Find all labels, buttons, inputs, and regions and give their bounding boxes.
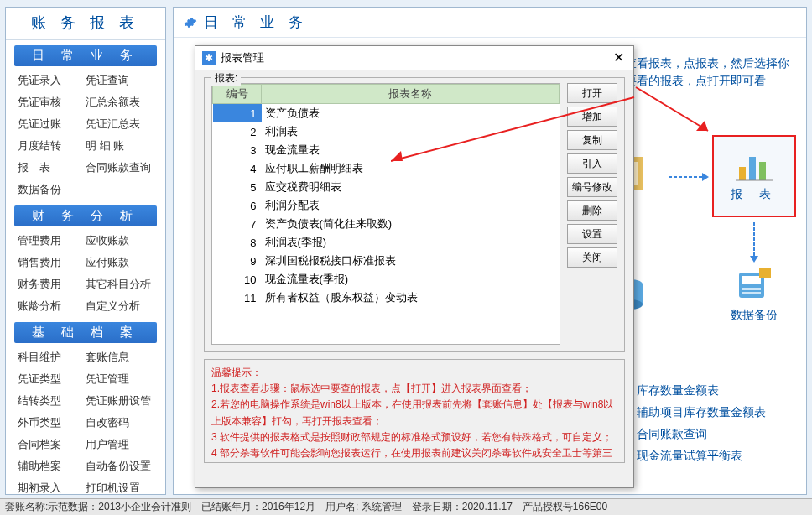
sidebar-item[interactable]: 财务费用: [18, 275, 86, 294]
col-header-name[interactable]: 报表名称: [262, 85, 560, 104]
report-row[interactable]: 2利润表: [213, 122, 560, 141]
report-row[interactable]: 1资产负债表: [213, 104, 560, 123]
sidebar-item[interactable]: 套账信息: [86, 348, 154, 367]
report-row[interactable]: 11所有者权益（股东权益）变动表: [213, 289, 560, 307]
gear-icon: [184, 16, 197, 29]
sidebar-item[interactable]: 凭证审核: [18, 93, 86, 112]
sidebar-item: [86, 180, 154, 199]
svg-rect-9: [742, 276, 761, 284]
report-table[interactable]: 编号 报表名称 1资产负债表2利润表3现金流量表4应付职工薪酬明细表5应交税费明…: [211, 83, 560, 345]
tip-line: 2.若您的电脑操作系统是win8以上版本，在使用报表前先将【套账信息】处【报表与…: [211, 397, 617, 429]
sidebar-item[interactable]: 管理费用: [18, 231, 86, 250]
sidebar-item[interactable]: 数据备份: [18, 180, 86, 199]
dialog-增加-button[interactable]: 增加: [567, 107, 617, 127]
sidebar-item[interactable]: 月度结转: [18, 137, 86, 155]
sidebar-title: 账 务 报 表: [6, 8, 165, 40]
dialog-button-column: 打开增加复制引入编号修改删除设置关闭: [567, 83, 617, 345]
status-account: 套账名称:示范数据：2013小企业会计准则: [5, 500, 191, 514]
tips-box: 温馨提示： 1.报表查看步骤：鼠标选中要查的报表，点【打开】进入报表界面查看；2…: [204, 359, 625, 463]
sidebar-item[interactable]: 辅助档案: [18, 457, 86, 476]
sidebar-item[interactable]: 账龄分析: [18, 297, 86, 315]
quick-link[interactable]: 现金流量试算平衡表: [625, 445, 793, 467]
col-header-id[interactable]: 编号: [213, 85, 262, 104]
report-row[interactable]: 8利润表(季报): [213, 233, 560, 252]
report-row[interactable]: 6利润分配表: [213, 196, 560, 215]
report-row[interactable]: 3现金流量表: [213, 141, 560, 159]
sidebar-item[interactable]: 合同档案: [18, 435, 86, 454]
dialog-复制-button[interactable]: 复制: [567, 130, 617, 150]
sidebar-item[interactable]: 自定义分析: [86, 297, 154, 315]
svg-rect-0: [739, 167, 746, 180]
sidebar-item[interactable]: 期初录入: [18, 479, 86, 497]
dialog-删除-button[interactable]: 删除: [567, 200, 617, 221]
report-row[interactable]: 9深圳国税报税接口标准报表: [213, 252, 560, 270]
fieldset-label: 报表:: [211, 71, 241, 86]
sidebar-item[interactable]: 用户管理: [86, 435, 154, 454]
status-bar: 套账名称:示范数据：2013小企业会计准则 已结账年月：2016年12月 用户名…: [0, 498, 812, 515]
report-manager-dialog: ✱ 报表管理 ✕ 报表: 编号 报表名称 1资产负债表2利润表3现金流量表4应付…: [195, 45, 634, 488]
bar-chart-icon: [736, 150, 773, 184]
sidebar-item[interactable]: 凭证过账: [18, 115, 86, 133]
report-row[interactable]: 4应付职工薪酬明细表: [213, 159, 560, 178]
sidebar-item[interactable]: 报 表: [18, 159, 86, 177]
sidebar-item[interactable]: 打印机设置: [86, 479, 154, 497]
sidebar-item[interactable]: 合同账款查询: [86, 159, 154, 177]
dialog-设置-button[interactable]: 设置: [567, 224, 617, 244]
sidebar-item[interactable]: 汇总余额表: [86, 93, 154, 112]
dialog-app-icon: ✱: [202, 51, 216, 65]
dialog-打开-button[interactable]: 打开: [567, 83, 617, 103]
report-box-label: 报 表: [731, 187, 778, 202]
sidebar-item[interactable]: 外币类型: [18, 414, 86, 432]
svg-marker-7: [750, 256, 758, 263]
section-header: 日 常 业 务: [14, 45, 157, 66]
database-backup-icon: [734, 268, 774, 303]
sidebar-item[interactable]: 凭证查询: [86, 71, 154, 90]
sidebar-item[interactable]: 自改密码: [86, 414, 154, 432]
quick-link[interactable]: 辅助项目库存数量金额表: [625, 402, 793, 424]
sidebar-item[interactable]: 明 细 账: [86, 137, 154, 155]
flow-arrow-down-icon: [749, 222, 759, 263]
status-license: 产品授权号166E00: [523, 500, 607, 514]
tip-line: 1.报表查看步骤：鼠标选中要查的报表，点【打开】进入报表界面查看；: [211, 381, 617, 397]
report-button-box[interactable]: 报 表: [712, 135, 796, 217]
sidebar-item[interactable]: 凭证类型: [18, 370, 86, 388]
sidebar-item[interactable]: 结转类型: [18, 392, 86, 410]
tip-line: 4 部分杀毒软件可能会影响您报表运行，在使用报表前建议关闭杀毒软件或安全卫士等第…: [211, 445, 617, 463]
main-title: 日 常 业 务: [204, 13, 308, 32]
tip-line: 3 软件提供的报表格式是按照财政部规定的标准格式预设好，若您有特殊格式，可自定义…: [211, 429, 617, 445]
svg-rect-12: [742, 292, 761, 294]
tips-title: 温馨提示：: [211, 365, 617, 381]
dialog-编号修改-button[interactable]: 编号修改: [567, 177, 617, 197]
sidebar-item[interactable]: 凭证录入: [18, 71, 86, 90]
dialog-引入-button[interactable]: 引入: [567, 153, 617, 174]
sidebar-item[interactable]: 其它科目分析: [86, 275, 154, 294]
sidebar-item[interactable]: 应收账款: [86, 231, 154, 250]
sidebar-item[interactable]: 科目维护: [18, 348, 86, 367]
sidebar-item[interactable]: 销售费用: [18, 253, 86, 272]
report-fieldset: 报表: 编号 报表名称 1资产负债表2利润表3现金流量表4应付职工薪酬明细表5应…: [204, 77, 625, 352]
dialog-close-button[interactable]: ✕: [610, 49, 627, 66]
quick-link[interactable]: 库存数量金额表: [625, 380, 793, 402]
report-row[interactable]: 10现金流量表(季报): [213, 270, 560, 289]
hint-panel: 查看报表，点报表，然后选择你要看的报表，点打开即可看: [625, 55, 793, 90]
sidebar-item[interactable]: 凭证账册设管: [86, 392, 154, 410]
svg-rect-11: [742, 288, 761, 290]
svg-rect-10: [759, 268, 771, 278]
backup-label: 数据备份: [722, 308, 786, 323]
report-row[interactable]: 5应交税费明细表: [213, 178, 560, 196]
hint-text: 查看报表，点报表，然后选择你要看的报表，点打开即可看: [625, 55, 793, 90]
sidebar-item[interactable]: 凭证汇总表: [86, 115, 154, 133]
sidebar-item[interactable]: 应付账款: [86, 253, 154, 272]
backup-button-box[interactable]: 数据备份: [722, 268, 786, 323]
dialog-titlebar: ✱ 报表管理 ✕: [195, 46, 633, 70]
quick-link[interactable]: 合同账款查询: [625, 424, 793, 445]
main-header: 日 常 业 务: [174, 8, 806, 38]
section-header: 基 础 档 案: [14, 322, 157, 343]
svg-rect-1: [749, 157, 756, 180]
report-row[interactable]: 7资产负债表(简化往来取数): [213, 215, 560, 233]
dialog-关闭-button[interactable]: 关闭: [567, 247, 617, 268]
sidebar-item[interactable]: 自动备份设置: [86, 457, 154, 476]
quick-link-list: 库存数量金额表辅助项目库存数量金额表合同账款查询现金流量试算平衡表: [625, 380, 793, 467]
sidebar-item[interactable]: 凭证管理: [86, 370, 154, 388]
dialog-title-text: 报表管理: [221, 50, 610, 65]
